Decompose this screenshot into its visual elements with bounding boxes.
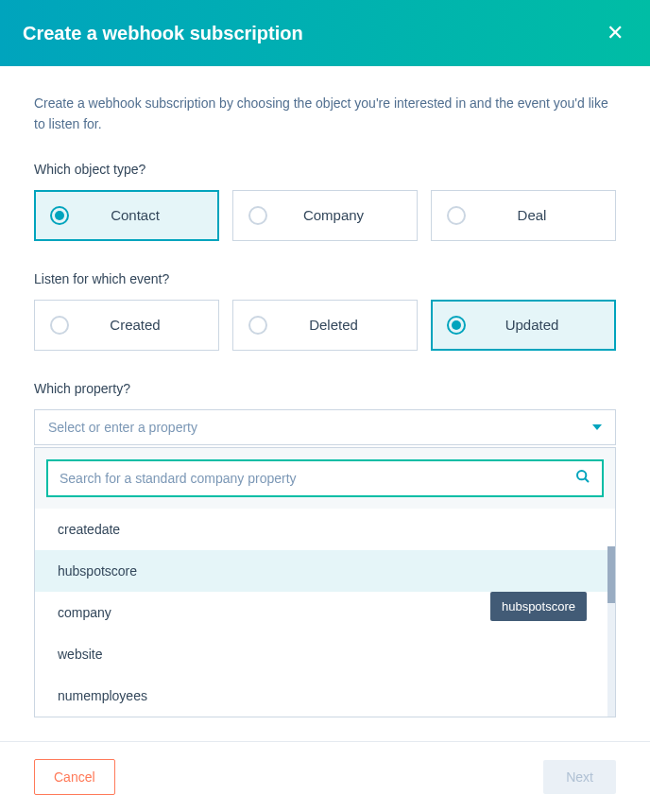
property-option[interactable]: numemployees — [35, 675, 615, 717]
property-label: Which property? — [34, 381, 616, 396]
object-type-label: Which object type? — [34, 162, 616, 177]
object-type-contact[interactable]: Contact — [34, 190, 219, 241]
radio-label: Deal — [483, 207, 604, 223]
radio-label: Created — [86, 317, 207, 333]
event-created[interactable]: Created — [34, 300, 219, 351]
search-wrap — [35, 448, 615, 509]
radio-icon — [50, 206, 69, 225]
object-type-deal[interactable]: Deal — [431, 190, 616, 241]
next-button[interactable]: Next — [543, 760, 616, 794]
close-icon[interactable]: ✕ — [603, 17, 627, 49]
radio-icon — [447, 316, 466, 335]
caret-down-icon — [592, 424, 602, 430]
object-type-company[interactable]: Company — [232, 190, 418, 241]
property-tooltip: hubspotscore — [490, 592, 587, 621]
property-option[interactable]: website — [35, 633, 615, 675]
event-updated[interactable]: Updated — [431, 300, 616, 351]
event-label: Listen for which event? — [34, 271, 616, 286]
dialog-content: Create a webhook subscription by choosin… — [0, 66, 650, 741]
radio-icon — [447, 206, 466, 225]
svg-point-0 — [577, 471, 586, 479]
radio-label: Contact — [86, 207, 207, 223]
property-option[interactable]: hubspotscore — [35, 550, 615, 592]
search-icon — [575, 469, 590, 488]
cancel-button[interactable]: Cancel — [34, 759, 115, 795]
search-input-wrap — [46, 459, 604, 497]
property-search-input[interactable] — [60, 471, 575, 486]
radio-label: Company — [284, 207, 405, 223]
property-dropdown: createdate hubspotscore company website … — [34, 447, 616, 717]
event-deleted[interactable]: Deleted — [232, 300, 418, 351]
dialog-title: Create a webhook subscription — [23, 23, 303, 44]
property-option[interactable]: createdate — [35, 509, 615, 550]
property-select[interactable]: Select or enter a property — [34, 409, 616, 445]
radio-icon — [248, 206, 267, 225]
radio-icon — [248, 316, 267, 335]
object-type-row: Contact Company Deal — [34, 190, 616, 241]
radio-label: Deleted — [284, 317, 405, 333]
event-row: Created Deleted Updated — [34, 300, 616, 351]
description-text: Create a webhook subscription by choosin… — [34, 93, 616, 135]
property-options: createdate hubspotscore company website … — [35, 509, 615, 717]
dialog-footer: Cancel Next — [0, 741, 650, 812]
radio-label: Updated — [483, 317, 604, 333]
property-select-placeholder: Select or enter a property — [48, 420, 197, 435]
scrollbar-thumb[interactable] — [607, 546, 615, 603]
dialog-header: Create a webhook subscription ✕ — [0, 0, 650, 66]
svg-line-1 — [585, 478, 589, 482]
radio-icon — [50, 316, 69, 335]
